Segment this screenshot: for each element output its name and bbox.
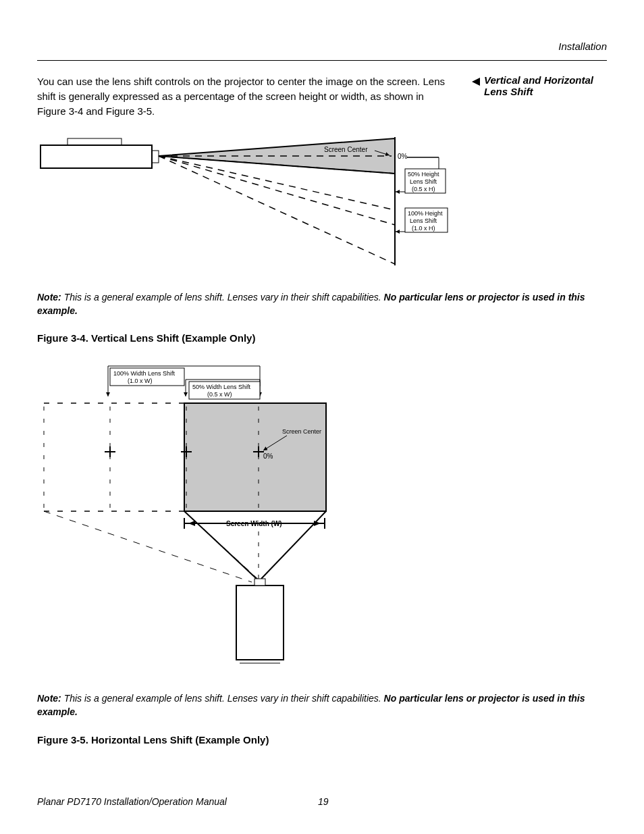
note2-text: This is a general example of lens shift.…	[61, 693, 384, 704]
svg-rect-27	[184, 403, 326, 511]
svg-rect-2	[152, 151, 159, 163]
intro-paragraph: You can use the lens shift controls on t…	[37, 74, 452, 118]
d1-50-l3: (0.5 x H)	[412, 186, 435, 192]
d1-zero: 0%	[398, 153, 408, 160]
horizontal-lens-shift-diagram: 100% Width Lens Shift (1.0 x W) 50% Widt…	[37, 356, 348, 680]
footer-page-number: 19	[318, 796, 329, 807]
page-header-section: Installation	[37, 41, 607, 52]
note1-label: Note:	[37, 292, 61, 303]
callout-line1: Vertical and Horizontal	[484, 74, 593, 86]
footer-title: Planar PD7170 Installation/Operation Man…	[37, 796, 227, 807]
note-2: Note: This is a general example of lens …	[37, 692, 607, 719]
d2-screen-center: Screen Center	[282, 428, 321, 435]
side-callout: Vertical and Horizontal Lens Shift	[472, 74, 607, 118]
d1-screen-center: Screen Center	[324, 146, 368, 153]
d2-50-l1: 50% Width Lens Shift	[192, 384, 251, 390]
svg-rect-51	[236, 585, 284, 660]
svg-rect-1	[68, 138, 122, 145]
figure-3-4-caption: Figure 3-4. Vertical Lens Shift (Example…	[37, 332, 607, 344]
d2-100-l1: 100% Width Lens Shift	[113, 370, 176, 377]
d2-zero: 0%	[263, 452, 273, 460]
figure-3-5-caption: Figure 3-5. Horizontal Lens Shift (Examp…	[37, 734, 607, 746]
arrow-left-icon	[472, 78, 480, 86]
d1-50-l2: Lens Shift	[410, 178, 437, 185]
d1-100-l2: Lens Shift	[410, 217, 437, 224]
svg-rect-52	[254, 579, 265, 585]
d2-100-l2: (1.0 x W)	[128, 377, 153, 384]
note1-text: This is a general example of lens shift.…	[61, 292, 384, 303]
d2-50-l2: (0.5 x W)	[207, 391, 232, 398]
page-footer: Planar PD7170 Installation/Operation Man…	[37, 796, 607, 807]
header-rule	[37, 60, 607, 61]
note2-label: Note:	[37, 693, 61, 704]
svg-rect-0	[41, 145, 152, 168]
svg-marker-44	[188, 521, 195, 526]
d1-100-l3: (1.0 x H)	[412, 225, 435, 232]
note-1: Note: This is a general example of lens …	[37, 291, 607, 317]
d1-100-l1: 100% Height	[408, 210, 443, 217]
vertical-lens-shift-diagram: Screen Center 0% 50% Height Lens Shift (…	[37, 130, 456, 279]
svg-line-48	[44, 511, 252, 582]
svg-line-9	[159, 156, 395, 264]
d2-screen-width: Screen Width (W)	[226, 520, 282, 527]
callout-line2: Lens Shift	[484, 86, 533, 97]
d1-50-l1: 50% Height	[408, 171, 439, 178]
